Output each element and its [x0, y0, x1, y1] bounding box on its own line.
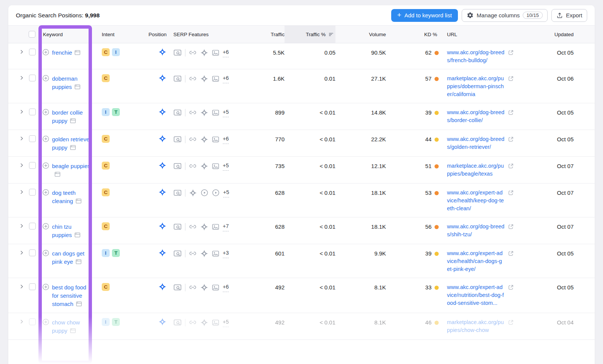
- serp-preview-icon[interactable]: [173, 318, 182, 327]
- column-header-position[interactable]: Position: [133, 26, 167, 43]
- add-keyword-icon[interactable]: [42, 162, 49, 169]
- serp-snapshot-icon[interactable]: [54, 171, 61, 177]
- add-keyword-icon[interactable]: [42, 135, 49, 142]
- add-keyword-icon[interactable]: [42, 318, 49, 326]
- external-link-icon[interactable]: [508, 163, 514, 178]
- serp-snapshot-icon[interactable]: [74, 232, 81, 238]
- external-link-icon[interactable]: [508, 250, 514, 273]
- url-link[interactable]: marketplace.akc.org/puppies/chow-chow: [447, 318, 505, 334]
- serp-more-link[interactable]: +7: [223, 222, 229, 231]
- row-checkbox[interactable]: [29, 249, 36, 256]
- add-keyword-icon[interactable]: [42, 223, 49, 230]
- serp-preview-icon[interactable]: [173, 162, 182, 170]
- serp-preview-icon[interactable]: [173, 75, 182, 83]
- keyword-link[interactable]: border collie puppy: [52, 109, 83, 124]
- url-link[interactable]: marketplace.akc.org/puppies/doberman-pin…: [447, 75, 505, 98]
- row-checkbox[interactable]: [29, 318, 36, 325]
- chevron-right-icon[interactable]: [19, 49, 29, 55]
- row-checkbox[interactable]: [29, 75, 36, 81]
- chevron-right-icon[interactable]: [19, 109, 29, 115]
- serp-snapshot-icon[interactable]: [75, 258, 82, 265]
- column-header-updated[interactable]: Updated: [536, 26, 580, 43]
- serp-preview-icon[interactable]: [173, 249, 182, 258]
- row-checkbox[interactable]: [29, 223, 36, 229]
- serp-snapshot-icon[interactable]: [70, 327, 76, 334]
- chevron-right-icon[interactable]: [19, 136, 29, 141]
- external-link-icon[interactable]: [508, 319, 514, 334]
- chevron-right-icon[interactable]: [19, 223, 29, 229]
- row-checkbox[interactable]: [29, 189, 36, 196]
- url-link[interactable]: www.akc.org/expert-advice/nutrition/best…: [447, 283, 505, 307]
- chevron-right-icon[interactable]: [19, 319, 29, 324]
- serp-snapshot-icon[interactable]: [70, 118, 76, 124]
- keyword-link[interactable]: frenchie: [52, 49, 72, 56]
- url-link[interactable]: www.akc.org/dog-breeds/french-bulldog/: [447, 49, 505, 64]
- manage-columns-button[interactable]: Manage columns 10/15: [462, 9, 548, 22]
- serp-more-link[interactable]: +5: [223, 188, 229, 197]
- url-link[interactable]: www.akc.org/dog-breeds/border-collie/: [447, 109, 505, 124]
- add-keyword-icon[interactable]: [42, 283, 49, 291]
- chevron-right-icon[interactable]: [19, 189, 29, 195]
- keyword-link[interactable]: doberman puppies: [52, 75, 78, 90]
- keyword-link[interactable]: dog teeth cleaning: [52, 190, 76, 204]
- chevron-right-icon[interactable]: [19, 162, 29, 168]
- serp-preview-icon[interactable]: [173, 283, 182, 292]
- add-keyword-icon[interactable]: [42, 109, 49, 116]
- serp-more-link[interactable]: +6: [223, 135, 229, 144]
- external-link-icon[interactable]: [508, 75, 514, 98]
- serp-more-link[interactable]: +6: [223, 48, 229, 57]
- serp-more-link[interactable]: +5: [223, 318, 229, 327]
- chevron-right-icon[interactable]: [19, 250, 29, 255]
- column-header-volume[interactable]: Volume: [335, 26, 386, 43]
- serp-more-link[interactable]: +6: [223, 74, 229, 83]
- add-keyword-icon[interactable]: [42, 249, 49, 257]
- url-link[interactable]: www.akc.org/expert-advice/health/keep-do…: [447, 189, 505, 213]
- column-header-kd[interactable]: KD %: [386, 26, 440, 43]
- column-header-traffic-pct[interactable]: Traffic %: [285, 26, 335, 43]
- serp-preview-icon[interactable]: [173, 135, 182, 144]
- serp-more-link[interactable]: +6: [223, 283, 229, 292]
- add-keyword-icon[interactable]: [42, 189, 49, 196]
- serp-preview-icon[interactable]: [173, 223, 182, 231]
- serp-preview-icon[interactable]: [173, 189, 182, 197]
- column-header-url[interactable]: URL: [440, 26, 536, 43]
- serp-more-link[interactable]: +5: [223, 108, 229, 117]
- serp-preview-icon[interactable]: [173, 49, 182, 57]
- column-header-keyword[interactable]: Keyword: [40, 26, 99, 43]
- column-header-intent[interactable]: Intent: [99, 26, 133, 43]
- add-keyword-icon[interactable]: [42, 75, 49, 82]
- keyword-link[interactable]: chin tzu puppies: [52, 223, 72, 238]
- serp-preview-icon[interactable]: [173, 109, 182, 117]
- url-link[interactable]: www.akc.org/dog-breeds/shih-tzu/: [447, 223, 505, 239]
- url-link[interactable]: www.akc.org/expert-advice/health/can-dog…: [447, 249, 505, 273]
- export-button[interactable]: Export: [551, 9, 587, 22]
- chevron-right-icon[interactable]: [19, 284, 29, 289]
- row-checkbox[interactable]: [29, 135, 36, 142]
- serp-snapshot-icon[interactable]: [76, 301, 82, 307]
- serp-more-link[interactable]: +3: [223, 249, 229, 258]
- column-header-traffic[interactable]: Traffic: [234, 26, 285, 43]
- row-checkbox[interactable]: [29, 109, 36, 115]
- external-link-icon[interactable]: [508, 284, 514, 307]
- row-checkbox[interactable]: [29, 162, 36, 169]
- external-link-icon[interactable]: [508, 223, 514, 239]
- external-link-icon[interactable]: [508, 136, 514, 151]
- column-header-serp-features[interactable]: SERP Features: [167, 26, 234, 43]
- url-link[interactable]: marketplace.akc.org/puppies/beagle/texas: [447, 162, 505, 178]
- external-link-icon[interactable]: [508, 49, 514, 64]
- serp-snapshot-icon[interactable]: [75, 198, 82, 204]
- row-checkbox[interactable]: [29, 283, 36, 290]
- serp-more-link[interactable]: +5: [223, 161, 229, 171]
- keyword-link[interactable]: beagle puppies: [52, 163, 90, 169]
- external-link-icon[interactable]: [508, 109, 514, 124]
- serp-snapshot-icon[interactable]: [74, 84, 81, 90]
- add-keyword-icon[interactable]: [42, 49, 49, 56]
- serp-snapshot-icon[interactable]: [74, 49, 81, 56]
- serp-snapshot-icon[interactable]: [70, 144, 76, 151]
- select-all-checkbox[interactable]: [29, 31, 35, 38]
- add-to-keyword-list-button[interactable]: + Add to keyword list: [391, 9, 458, 22]
- row-checkbox[interactable]: [29, 49, 36, 55]
- chevron-right-icon[interactable]: [19, 75, 29, 81]
- external-link-icon[interactable]: [508, 190, 514, 213]
- url-link[interactable]: www.akc.org/dog-breeds/golden-retriever/: [447, 135, 505, 151]
